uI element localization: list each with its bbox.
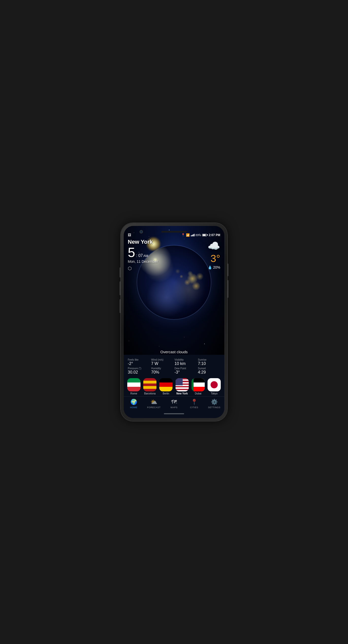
sunset-label: Sunset — [198, 367, 220, 370]
feels-like-item: Feels like -2° — [128, 358, 150, 366]
condition-text: Overcast clouds — [124, 350, 224, 354]
phone-frame: Overcast clouds 🖼 📍 📶 89% — [121, 223, 227, 421]
details-grid: Feels like -2° Wind (m/s) 7 W Visibility… — [124, 355, 224, 377]
city-flag-tokyo — [208, 378, 221, 391]
humidity-item: Humidity 70% — [151, 367, 173, 375]
nav-settings[interactable]: ⚙️ SETTINGS — [207, 399, 222, 409]
time-hour: 5 — [128, 246, 135, 259]
city-item-dubai[interactable]: Dubai — [192, 378, 205, 395]
wind-label: Wind (m/s) — [151, 358, 173, 361]
app-content: Overcast clouds 🖼 📍 📶 89% — [124, 226, 224, 418]
city-label-dubai: Dubai — [195, 392, 201, 395]
nav-home[interactable]: 🌍 HOME — [126, 399, 141, 409]
date-display: Mon, 11 December — [128, 259, 220, 264]
home-label: HOME — [130, 406, 137, 409]
wind-item: Wind (m/s) 7 W — [151, 358, 173, 366]
signal-bar-2 — [192, 235, 193, 236]
home-bar — [124, 412, 224, 416]
time-display: 5 : 07 AM — [128, 246, 220, 259]
settings-label: SETTINGS — [208, 406, 220, 409]
sunset-item: Sunset 4:29 — [198, 367, 220, 375]
precipitation-value: 20% — [213, 265, 220, 269]
share-icon[interactable]: ⬡ — [128, 266, 220, 271]
cloud-icon: ☁️ — [208, 240, 220, 252]
city-item-rome[interactable]: Rome — [127, 378, 140, 395]
time-colon: : — [136, 253, 137, 258]
city-label-berlin: Berlin — [163, 392, 169, 395]
city-label-rome: Rome — [130, 392, 137, 395]
feels-like-label: Feels like — [128, 358, 150, 361]
battery-percent: 89% — [196, 234, 201, 237]
status-right: 📍 📶 89% 2:07 PM — [181, 233, 220, 237]
forecast-icon: ⛅ — [150, 399, 157, 405]
city-item-barcelona[interactable]: Barcelona — [143, 378, 156, 395]
weather-details: Feels like -2° Wind (m/s) 7 W Visibility… — [124, 355, 224, 418]
signal-bar-1 — [191, 235, 192, 236]
temperature-display: 3° — [211, 253, 220, 264]
phone-screen: Overcast clouds 🖼 📍 📶 89% — [124, 226, 224, 418]
sunset-value: 4:29 — [198, 370, 220, 375]
city-label-tokyo: Tokyo — [211, 392, 217, 395]
city-item-tokyo[interactable]: Tokyo — [208, 378, 221, 395]
humidity-label: Humidity — [151, 367, 173, 370]
city-flag-dubai — [192, 378, 205, 391]
vol-silent-button[interactable] — [120, 299, 121, 313]
sunrise-item: Sunrise 7:10 — [198, 358, 220, 366]
city-label-newyork: New York — [176, 392, 188, 395]
status-time: 2:07 PM — [209, 233, 220, 237]
humidity-value: 70% — [151, 370, 173, 375]
sunrise-value: 7:10 — [198, 361, 220, 366]
vol-up-button[interactable] — [120, 267, 121, 278]
cities-icon: 📍 — [191, 399, 198, 405]
home-icon: 🌍 — [130, 399, 137, 405]
wind-value: 7 W — [151, 361, 173, 366]
vol-down-button[interactable] — [120, 281, 121, 295]
cities-label: CITIES — [190, 406, 198, 409]
settings-icon: ⚙️ — [211, 399, 218, 405]
speaker — [161, 231, 187, 233]
pressure-value: 30.02 — [128, 370, 150, 375]
weather-top-right: ☁️ 3° 💧 20% — [208, 240, 220, 269]
signal-bar-3 — [193, 234, 194, 236]
raindrop-icon: 💧 — [208, 265, 212, 269]
home-bar-line — [164, 413, 184, 414]
nav-cities[interactable]: 📍 CITIES — [186, 399, 202, 409]
sunrise-label: Sunrise — [198, 358, 220, 361]
dew-point-value: -3° — [175, 370, 197, 375]
city-name: New York — [128, 239, 220, 245]
city-label-barcelona: Barcelona — [144, 392, 155, 395]
location-icon: 📍 — [181, 233, 185, 237]
cities-row: Rome Barcelona Berlin New York — [124, 377, 224, 396]
status-left: 🖼 — [128, 233, 131, 237]
maps-label: MAPS — [170, 406, 178, 409]
city-flag-newyork — [176, 378, 189, 391]
city-flag-berlin — [159, 378, 172, 391]
forecast-label: FORECAST — [147, 406, 161, 409]
city-item-newyork[interactable]: New York — [176, 378, 189, 395]
visibility-label: Visibility — [175, 358, 197, 361]
dew-point-label: Dew Point — [175, 367, 197, 370]
pressure-label: Pressure (") — [128, 367, 150, 370]
visibility-item: Visibility 10 km — [175, 358, 197, 366]
pressure-item: Pressure (") 30.02 — [128, 367, 150, 375]
feels-like-value: -2° — [128, 361, 150, 366]
time-minute: 07 — [138, 253, 143, 258]
precipitation-display: 💧 20% — [208, 265, 220, 269]
wifi-icon: 📶 — [186, 233, 190, 237]
dew-point-item: Dew Point -3° — [175, 367, 197, 375]
city-item-berlin[interactable]: Berlin — [159, 378, 172, 395]
signal-bar-4 — [194, 234, 195, 236]
city-flag-barcelona — [143, 378, 156, 391]
nav-forecast[interactable]: ⛅ FORECAST — [146, 399, 162, 409]
time-ampm: AM — [143, 254, 148, 258]
maps-icon: 🗺 — [171, 399, 177, 405]
bottom-nav: 🌍 HOME ⛅ FORECAST 🗺 MAPS 📍 CITIES — [124, 396, 224, 412]
nav-maps[interactable]: 🗺 MAPS — [166, 399, 182, 409]
battery-icon — [202, 234, 208, 236]
photo-icon: 🖼 — [128, 233, 131, 237]
front-camera — [139, 230, 143, 234]
signal-bars — [191, 234, 195, 236]
city-flag-rome — [127, 378, 140, 391]
visibility-value: 10 km — [175, 361, 197, 366]
